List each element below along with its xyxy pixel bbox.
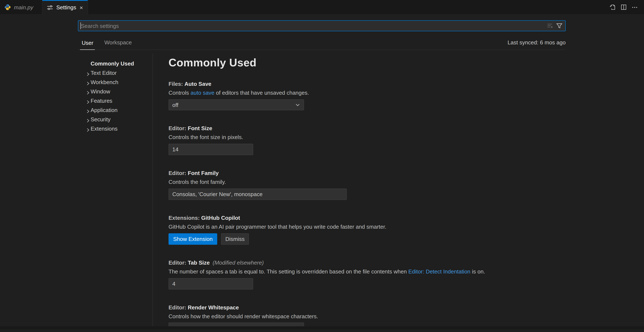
search-actions bbox=[546, 22, 565, 29]
setting-row-tab-size: Editor: Tab Size(Modified elsewhere) The… bbox=[168, 259, 631, 290]
toc-item-workbench[interactable]: Workbench bbox=[78, 78, 152, 87]
setting-row-font-size: Editor: Font Size Controls the font size… bbox=[168, 125, 631, 155]
vscode-settings-window: main.py Settings × bbox=[0, 0, 644, 332]
font-family-input[interactable] bbox=[168, 188, 347, 200]
chevron-down-icon bbox=[295, 102, 300, 108]
setting-description: Controls the font size in pixels. bbox=[168, 134, 631, 141]
setting-row-files-autosave: Files: Auto Save Controls auto save of e… bbox=[168, 80, 631, 110]
toc-item-text-editor[interactable]: Text Editor bbox=[78, 68, 152, 78]
modified-elsewhere-badge: (Modified elsewhere) bbox=[213, 260, 264, 266]
font-size-input[interactable] bbox=[168, 144, 253, 155]
setting-description: Controls auto save of editors that have … bbox=[168, 89, 631, 97]
bottom-edge-strip bbox=[0, 326, 644, 329]
detect-indentation-link[interactable]: Editor: Detect Indentation bbox=[408, 268, 470, 275]
editor-actions bbox=[609, 0, 644, 14]
setting-label: Editor: Tab Size(Modified elsewhere) bbox=[168, 259, 631, 267]
chevron-right-icon bbox=[85, 117, 90, 122]
autosave-select[interactable]: off bbox=[168, 99, 304, 110]
setting-description: The number of spaces a tab is equal to. … bbox=[168, 268, 631, 276]
last-synced-status: Last synced: 6 mos ago bbox=[508, 39, 566, 49]
toc-item-extensions[interactable]: Extensions bbox=[78, 124, 152, 134]
show-extension-button[interactable]: Show Extension bbox=[168, 233, 217, 245]
tab-main-py[interactable]: main.py bbox=[0, 0, 42, 14]
split-editor-icon[interactable] bbox=[620, 4, 627, 10]
setting-description: GitHub Copilot is an AI pair programmer … bbox=[168, 223, 631, 231]
setting-label: Files: Auto Save bbox=[168, 80, 631, 88]
auto-save-link[interactable]: auto save bbox=[190, 90, 214, 96]
python-icon bbox=[4, 4, 11, 10]
search-input[interactable] bbox=[78, 21, 546, 31]
toc-item-window[interactable]: Window bbox=[78, 87, 152, 96]
tab-settings[interactable]: Settings × bbox=[42, 0, 88, 15]
setting-label: Extensions: GitHub Copilot bbox=[168, 214, 631, 222]
settings-list: Commonly Used Files: Auto Save Controls … bbox=[168, 50, 631, 329]
setting-label: Editor: Font Size bbox=[168, 125, 631, 132]
settings-body: Commonly Used Text Editor Workbench Wind… bbox=[0, 50, 644, 329]
setting-row-github-copilot: Extensions: GitHub Copilot GitHub Copilo… bbox=[168, 214, 631, 245]
tab-label: main.py bbox=[14, 4, 33, 10]
tab-label: Settings bbox=[56, 4, 76, 10]
tab-user[interactable]: User bbox=[80, 39, 95, 50]
chevron-right-icon bbox=[85, 126, 90, 132]
chevron-right-icon bbox=[85, 89, 90, 94]
chevron-right-icon bbox=[85, 98, 90, 104]
tab-workspace[interactable]: Workspace bbox=[103, 39, 134, 49]
toc-item-application[interactable]: Application bbox=[78, 106, 152, 115]
setting-label: Editor: Font Family bbox=[168, 169, 631, 177]
more-actions-icon[interactable] bbox=[631, 4, 638, 10]
settings-search-box bbox=[78, 20, 566, 31]
setting-description: Controls how the editor should render wh… bbox=[168, 313, 631, 320]
clear-search-icon[interactable] bbox=[546, 22, 554, 29]
toc-item-security[interactable]: Security bbox=[78, 115, 152, 124]
settings-sliders-icon bbox=[46, 4, 53, 11]
go-to-file-icon[interactable] bbox=[609, 4, 616, 10]
setting-row-font-family: Editor: Font Family Controls the font fa… bbox=[168, 169, 631, 200]
dismiss-button[interactable]: Dismiss bbox=[221, 233, 249, 245]
settings-toc: Commonly Used Text Editor Workbench Wind… bbox=[78, 59, 152, 134]
editor-tab-bar: main.py Settings × bbox=[0, 0, 644, 15]
chevron-right-icon bbox=[85, 70, 90, 76]
close-icon[interactable]: × bbox=[79, 4, 84, 10]
chevron-right-icon bbox=[85, 108, 90, 113]
chevron-right-icon bbox=[85, 80, 90, 85]
toc-item-features[interactable]: Features bbox=[78, 96, 152, 106]
setting-description: Controls the font family. bbox=[168, 178, 631, 186]
setting-row-render-whitespace: Editor: Render Whitespace Controls how t… bbox=[168, 304, 631, 329]
page-title: Commonly Used bbox=[168, 55, 631, 70]
tab-size-input[interactable] bbox=[168, 278, 253, 290]
toc-sash[interactable] bbox=[152, 53, 153, 329]
text-caret bbox=[80, 22, 81, 29]
filter-icon[interactable] bbox=[556, 22, 563, 29]
setting-label: Editor: Render Whitespace bbox=[168, 304, 631, 312]
settings-scope-row: User Workspace Last synced: 6 mos ago bbox=[78, 37, 566, 50]
toc-item-commonly-used[interactable]: Commonly Used bbox=[78, 59, 152, 68]
